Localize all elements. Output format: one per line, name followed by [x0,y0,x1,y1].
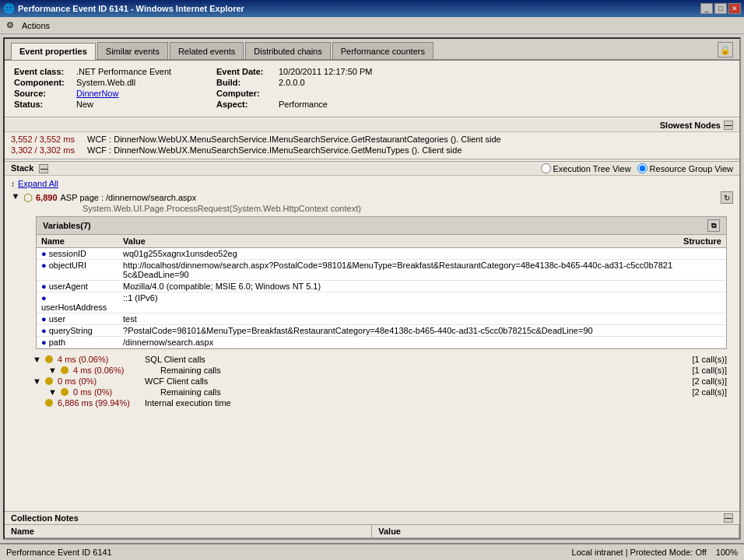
var-name-3: ● userHostAddress [37,292,118,313]
source-value[interactable]: DinnerNow [76,89,216,98]
title-bar-left: 🌐 Performance Event ID 6141 - Windows In… [3,3,244,14]
slow-node-text-1: WCF : DinnerNow.WebUX.MenuSearchService.… [87,145,462,155]
expand-all-button[interactable]: Expand All [18,179,58,188]
aspect-value: Performance [279,100,434,109]
close-button[interactable]: ✕ [728,3,741,14]
var-row-5: ● queryString ?PostalCode=98101&MenuType… [37,325,726,337]
tab-bar: Event properties Similar events Related … [5,39,739,61]
tab-related-events[interactable]: Related events [170,42,244,59]
var-structure-2 [679,281,726,292]
child-node-row-2: ▼0 ms (0%)WCF Client calls[2 call(s)] [17,376,727,387]
aspect-label: Aspect: [216,100,279,109]
variables-panel-header: Variables(7) ⧉ [37,217,726,235]
child-time-4: 6,886 ms (99.94%) [58,398,130,408]
expand-all-icon: ↕ [11,180,15,188]
divider-2 [5,159,739,159]
child-node-icon-0 [45,355,53,363]
child-node-icon-1 [61,366,68,374]
var-icon-6: ● [41,338,47,347]
var-row-0: ● sessionID wq01g255xagnx1unsdeo52eg [37,248,726,260]
source-label: Source: [14,89,76,98]
var-row-2: ● userAgent Mozilla/4.0 (compatible; MSI… [37,281,726,292]
maximize-button[interactable]: □ [714,3,727,14]
child-calls-2: [2 call(s)] [692,376,727,386]
var-structure-4 [679,313,726,325]
computer-label: Computer: [216,89,279,98]
root-node-label: ASP page : /dinnernow/search.aspx [61,193,197,202]
status-label: Status: [14,100,76,109]
tab-event-properties[interactable]: Event properties [11,43,96,60]
coll-col-name: Name [5,525,372,538]
var-value-1: http://localhost/dinnernow/search.aspx?P… [118,260,679,281]
child-node-row-0: ▼4 ms (0.06%)SQL Client calls[1 call(s)] [17,354,727,365]
slow-node-row-1: 3,302 / 3,302 ms WCF : DinnerNow.WebUX.M… [11,145,733,156]
slow-node-text-0: WCF : DinnerNow.WebUX.MenuSearchService.… [87,135,501,144]
variables-table: Name Value Structure ● sessionID wq01g25… [37,235,726,348]
view-radio-group: Execution Tree View Resource Group View [541,163,733,173]
window-title: Performance Event ID 6141 - Windows Inte… [18,4,244,13]
var-value-4: test [118,313,679,325]
execution-tree-view-radio[interactable]: Execution Tree View [541,163,631,173]
ie-icon: 🌐 [3,3,15,14]
tab-similar-events[interactable]: Similar events [97,42,168,59]
var-name-6: ● path [37,337,118,348]
child-time-0: 4 ms (0.06%) [58,355,108,364]
stack-collapse[interactable]: — [39,164,48,173]
child-nodes-area: ▼4 ms (0.06%)SQL Client calls[1 call(s)]… [11,352,733,410]
tab-distributed-chains[interactable]: Distributed chains [245,42,330,59]
child-label-3: Remaining calls [160,387,689,397]
minimize-button[interactable]: _ [700,3,713,14]
root-node-subtext: System.Web.UI.Page.ProcessRequest(System… [36,204,733,213]
actions-menu[interactable]: Actions [16,19,56,32]
var-structure-0 [679,248,726,260]
zoom-level: 100% [716,548,738,557]
slowest-nodes-header: Slowest Nodes — [5,119,739,132]
var-icon-0: ● [41,249,47,258]
child-time-2: 0 ms (0%) [58,376,97,386]
child-calls-1: [1 call(s)] [692,366,727,375]
var-name-5: ● queryString [37,325,118,337]
child-toggle-icon-2[interactable]: ▼ [33,376,42,386]
child-label-4: Internal execution time [145,398,724,408]
child-calls-0: [1 call(s)] [692,355,727,364]
var-structure-1 [679,260,726,281]
title-bar: 🌐 Performance Event ID 6141 - Windows In… [0,0,744,17]
child-time-3: 0 ms (0%) [73,387,112,397]
resource-group-view-radio[interactable]: Resource Group View [637,163,733,173]
actions-icon: ⚙ [6,20,14,30]
var-name-1: ● objectURI [37,260,118,281]
var-row-3: ● userHostAddress ::1 (IPv6) [37,292,726,313]
slow-node-time-0: 3,552 / 3,552 ms [11,135,81,144]
root-node-icon: ⬡ [23,191,33,204]
var-name-2: ● userAgent [37,281,118,292]
tab-extra-icon[interactable]: 🔒 [718,42,733,58]
var-table-header-row: Name Value Structure [37,235,726,248]
build-label: Build: [216,78,279,87]
child-toggle-icon-0[interactable]: ▼ [33,355,42,364]
security-status: Local intranet | Protected Mode: Off [572,548,707,557]
child-node-icon-3 [61,388,68,396]
var-value-2: Mozilla/4.0 (compatible; MSIE 6.0; Windo… [118,281,679,292]
slowest-nodes-collapse[interactable]: — [724,121,733,130]
computer-value [279,89,434,98]
collection-notes-collapse[interactable]: — [724,513,733,523]
var-structure-6 [679,337,726,348]
child-node-row-1: ▼4 ms (0.06%)Remaining calls[1 call(s)] [17,365,727,376]
stack-section: Stack — Execution Tree View Resource Gro… [5,161,739,511]
child-calls-3: [2 call(s)] [692,387,727,397]
expand-all-row: ↕ Expand All [11,179,733,188]
root-toggle[interactable]: ▼ [11,191,20,201]
var-value-5: ?PostalCode=98101&MenuType=Breakfast&Res… [118,325,679,337]
build-value: 2.0.0.0 [279,78,434,87]
var-value-3: ::1 (IPv6) [118,292,679,313]
event-info-section: Event class: .NET Performance Event Even… [5,61,739,115]
tab-performance-counters[interactable]: Performance counters [332,42,433,59]
variables-panel: Variables(7) ⧉ Name Value Structure [36,216,727,349]
var-value-6: /dinnernow/search.aspx [118,337,679,348]
refresh-icon[interactable]: ↻ [721,191,733,204]
child-toggle-icon-3[interactable]: ▼ [48,387,58,397]
child-toggle-icon-1[interactable]: ▼ [48,366,58,375]
root-node-row: ▼ ⬡ 6,890 ASP page : /dinnernow/search.a… [11,191,733,213]
status-value: New [76,100,216,109]
variables-copy-button[interactable]: ⧉ [707,219,720,232]
